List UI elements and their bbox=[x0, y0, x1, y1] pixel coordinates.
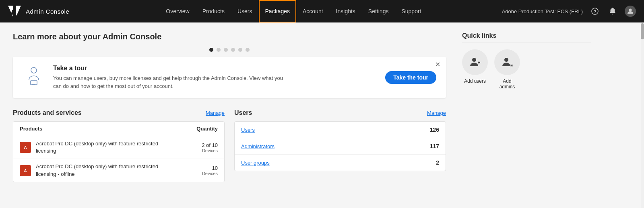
products-table-header: Products Quantity bbox=[13, 122, 224, 136]
tour-content: Take a tour You can manage users, buy mo… bbox=[53, 65, 377, 90]
users-link-0[interactable]: Users bbox=[241, 127, 255, 133]
svg-text:A: A bbox=[24, 169, 27, 173]
nav-support[interactable]: Support bbox=[395, 0, 427, 22]
users-count-1: 117 bbox=[430, 143, 439, 149]
app-title: Admin Console bbox=[26, 8, 69, 15]
col-quantity-header: Quantity bbox=[178, 126, 218, 132]
notifications-icon[interactable] bbox=[607, 6, 618, 17]
product-row-0: A Acrobat Pro DC (desktop only) with fea… bbox=[13, 136, 224, 159]
carousel-dot-1[interactable] bbox=[217, 48, 221, 52]
users-section-header: Users Manage bbox=[234, 109, 446, 116]
nav-packages[interactable]: Packages bbox=[259, 0, 296, 22]
users-link-2[interactable]: User groups bbox=[241, 160, 270, 166]
tour-card: Take a tour You can manage users, buy mo… bbox=[13, 57, 446, 98]
carousel-dot-4[interactable] bbox=[238, 48, 242, 52]
svg-text:?: ? bbox=[594, 9, 597, 14]
products-section-title: Products and services bbox=[13, 109, 82, 116]
product-quantity-0: 2 of 10 Devices bbox=[178, 142, 218, 153]
product-name-0: Acrobat Pro DC (desktop only) with featu… bbox=[36, 140, 178, 155]
tour-close-icon[interactable]: ✕ bbox=[435, 61, 440, 68]
quick-link-add-users[interactable]: Add users bbox=[462, 49, 488, 90]
left-panel: Learn more about your Admin Console bbox=[13, 32, 462, 182]
carousel-dot-3[interactable] bbox=[231, 48, 235, 52]
add-admins-icon bbox=[494, 49, 520, 75]
help-icon[interactable]: ? bbox=[589, 6, 601, 17]
main-content: Learn more about your Admin Console bbox=[0, 22, 604, 192]
nav-right: Adobe Production Test: ECS (FRL) ? bbox=[502, 6, 636, 17]
quick-links-grid: Add users Addad bbox=[462, 49, 591, 90]
learn-section-title: Learn more about your Admin Console bbox=[13, 32, 446, 41]
users-table: Users 126 Administrators 117 User groups… bbox=[234, 121, 446, 171]
tour-title: Take a tour bbox=[53, 65, 377, 72]
user-avatar[interactable] bbox=[625, 6, 636, 17]
svg-point-10 bbox=[472, 58, 476, 62]
svg-point-13 bbox=[504, 58, 508, 62]
carousel-dot-5[interactable] bbox=[246, 48, 250, 52]
users-link-1[interactable]: Administrators bbox=[241, 143, 275, 149]
top-navigation: Admin Console Overview Products Users Pa… bbox=[0, 0, 644, 22]
users-row-0: Users 126 bbox=[235, 122, 446, 138]
carousel-dots bbox=[13, 48, 446, 52]
add-admins-label: Addadmins bbox=[500, 78, 515, 90]
nav-overview[interactable]: Overview bbox=[159, 0, 196, 22]
org-name: Adobe Production Test: ECS (FRL) bbox=[502, 8, 583, 14]
product-quantity-1: 10 Devices bbox=[178, 165, 218, 176]
svg-point-14 bbox=[511, 65, 512, 66]
col-product-header: Products bbox=[20, 126, 178, 132]
carousel-dot-0[interactable] bbox=[209, 48, 213, 52]
page-wrapper: Learn more about your Admin Console bbox=[0, 22, 644, 208]
nav-products[interactable]: Products bbox=[196, 0, 231, 22]
right-panel: Quick links Add users bbox=[462, 32, 591, 182]
scrollbar-track[interactable] bbox=[641, 22, 644, 208]
nav-insights[interactable]: Insights bbox=[330, 0, 362, 22]
acrobat-icon-1: A bbox=[20, 165, 31, 176]
product-row-1: A Acrobat Pro DC (desktop only) with fea… bbox=[13, 159, 224, 181]
add-users-icon bbox=[462, 49, 488, 75]
users-row-2: User groups 2 bbox=[235, 155, 446, 171]
tour-description: You can manage users, buy more licenses … bbox=[53, 74, 287, 90]
svg-text:A: A bbox=[24, 145, 27, 150]
quick-link-add-admins[interactable]: Addadmins bbox=[494, 49, 520, 90]
quick-links-title: Quick links bbox=[462, 32, 591, 43]
nav-settings[interactable]: Settings bbox=[362, 0, 395, 22]
products-col: Products and services Manage Products Qu… bbox=[13, 109, 225, 182]
users-count-2: 2 bbox=[436, 159, 439, 166]
product-name-1: Acrobat Pro DC (desktop only) with featu… bbox=[36, 163, 178, 177]
take-tour-button[interactable]: Take the tour bbox=[385, 71, 436, 84]
products-table: Products Quantity A Acrobat Pro DC (desk… bbox=[13, 121, 225, 182]
nav-users[interactable]: Users bbox=[231, 0, 259, 22]
products-manage-link[interactable]: Manage bbox=[206, 110, 225, 116]
users-col: Users Manage Users 126 Administrators 11… bbox=[234, 109, 446, 182]
users-section-title: Users bbox=[234, 109, 252, 116]
nav-account[interactable]: Account bbox=[296, 0, 330, 22]
acrobat-icon-0: A bbox=[20, 142, 31, 153]
nav-links: Overview Products Users Packages Account… bbox=[85, 0, 502, 22]
add-users-label: Add users bbox=[464, 78, 486, 84]
products-users-section: Products and services Manage Products Qu… bbox=[13, 109, 446, 182]
carousel-dot-2[interactable] bbox=[224, 48, 228, 52]
logo-area: Admin Console bbox=[8, 5, 69, 18]
svg-point-2 bbox=[629, 9, 632, 12]
tour-illustration bbox=[23, 65, 45, 87]
svg-point-3 bbox=[31, 67, 37, 73]
svg-rect-4 bbox=[31, 81, 37, 85]
products-section-header: Products and services Manage bbox=[13, 109, 225, 116]
users-manage-link[interactable]: Manage bbox=[427, 110, 446, 116]
users-count-0: 126 bbox=[430, 126, 439, 133]
adobe-logo-icon bbox=[8, 5, 21, 18]
users-row-1: Administrators 117 bbox=[235, 138, 446, 155]
scrollbar-thumb[interactable] bbox=[641, 23, 644, 39]
